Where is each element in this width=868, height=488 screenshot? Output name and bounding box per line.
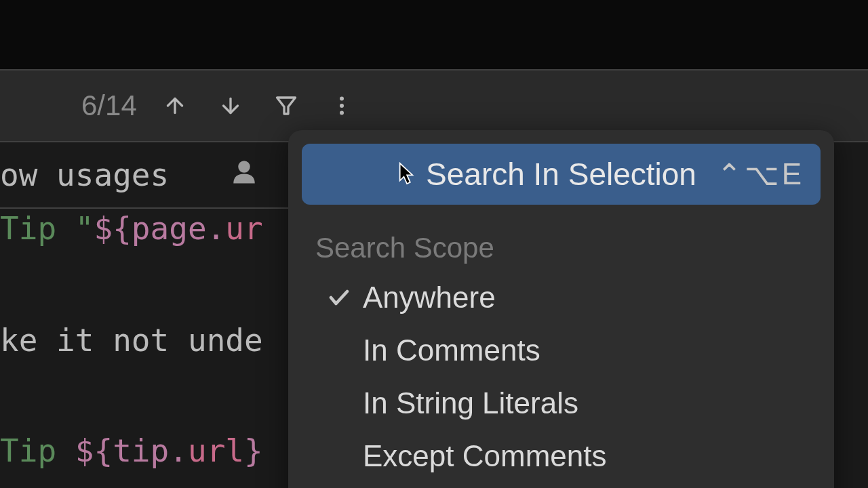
scope-option-label: In Comments	[363, 333, 540, 367]
top-black-area	[0, 0, 868, 69]
scope-option-in-string-literals[interactable]: In String Literals	[302, 377, 821, 430]
scope-option-label: In String Literals	[363, 386, 578, 420]
checkmark-icon	[315, 285, 363, 310]
filter-button[interactable]	[269, 88, 304, 123]
scope-option-in-comments[interactable]: In Comments	[302, 324, 821, 377]
keyboard-shortcut: ⌃⌥E	[717, 157, 802, 192]
scope-option-anywhere[interactable]: Anywhere	[302, 271, 821, 324]
scope-option-label: Anywhere	[363, 281, 496, 314]
svg-marker-2	[277, 98, 295, 114]
code-header-row: ow usages	[0, 157, 288, 209]
code-line: ke it not unde	[0, 323, 263, 358]
svg-point-3	[340, 97, 344, 101]
svg-point-5	[340, 111, 344, 115]
popup-title: Search In Selection	[426, 156, 696, 192]
match-count: 6/14	[81, 89, 137, 122]
svg-point-4	[340, 104, 344, 108]
arrow-up-icon	[163, 94, 187, 118]
more-vertical-icon	[330, 94, 354, 118]
next-match-button[interactable]	[213, 88, 248, 123]
person-icon	[230, 157, 258, 192]
search-in-selection-item[interactable]: Search In Selection ⌃⌥E	[302, 144, 821, 205]
section-label: Search Scope	[302, 211, 821, 271]
scope-option-except-comments[interactable]: Except Comments	[302, 430, 821, 483]
code-line: Tip "${page.ur	[0, 211, 263, 246]
scope-option-except-string-literals[interactable]: Except String Literals	[302, 483, 821, 488]
scope-option-label: Except Comments	[363, 439, 606, 473]
filter-icon	[274, 94, 298, 118]
svg-point-6	[239, 161, 251, 173]
previous-match-button[interactable]	[157, 88, 193, 123]
code-editor-area: ow usages Tip "${page.ur ke it not unde …	[0, 144, 288, 488]
search-options-popup: Search In Selection ⌃⌥E Search Scope Any…	[288, 130, 834, 488]
header-text: ow usages	[0, 158, 169, 192]
arrow-down-icon	[218, 94, 243, 118]
more-options-button[interactable]	[324, 88, 359, 123]
code-line: Tip ${tip.url}	[0, 434, 263, 468]
